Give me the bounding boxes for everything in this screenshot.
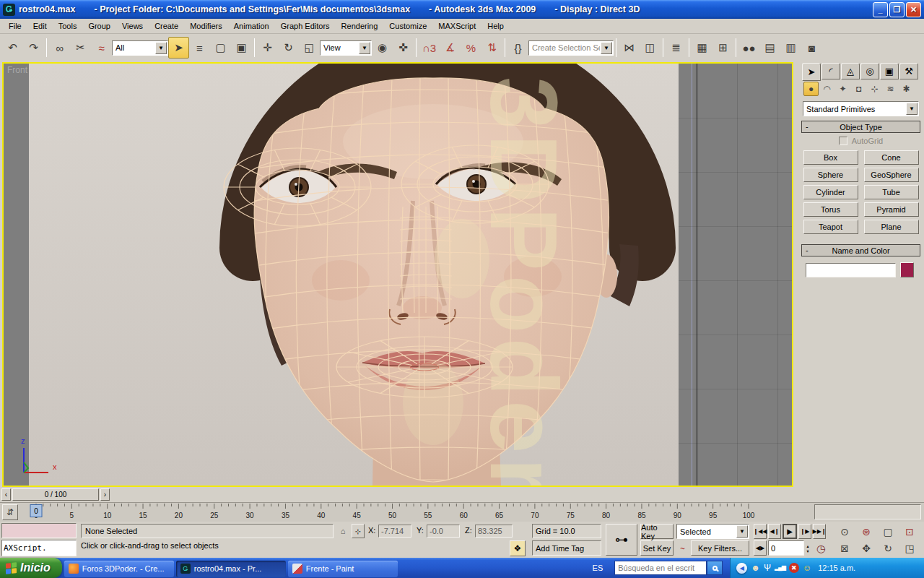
desktop-search[interactable]: Búsqueda en el escrit [614, 561, 723, 575]
primitive-category-dropdown[interactable]: Standard Primitives ▼ [803, 101, 919, 116]
rendered-frame-icon[interactable]: ▥ [780, 37, 801, 59]
tray-chevron-icon[interactable]: ◀ [736, 563, 747, 574]
go-to-end-button[interactable]: ▶▶❙ [813, 524, 826, 539]
zoom-extents-button[interactable]: ▢ [878, 524, 898, 540]
taskbar-item-firefox[interactable]: Foros 3DPoder. - Cre... [64, 561, 174, 577]
tab-utilities[interactable]: ⚒ [899, 63, 918, 79]
add-time-tag[interactable]: Add Time Tag [532, 540, 601, 556]
chevron-down-icon[interactable]: ▼ [906, 103, 918, 115]
wireless-tray-icon[interactable]: Ψ [764, 564, 771, 572]
set-key-button[interactable]: Set Key [640, 540, 674, 556]
minimize-button[interactable]: _ [873, 2, 888, 17]
unlink-icon[interactable]: ✂ [70, 37, 91, 59]
time-slider[interactable]: 0 / 100 [12, 488, 99, 501]
render-setup-icon[interactable]: ▤ [759, 37, 780, 59]
go-to-start-button[interactable]: ❙◀◀ [754, 524, 767, 539]
named-selection-set-field[interactable]: Create Selection Set ▼ [528, 40, 614, 56]
mini-trackbar-toggle[interactable]: ⇵ [2, 504, 18, 520]
pan-button[interactable]: ✥ [856, 540, 876, 556]
material-editor-icon[interactable]: ●● [738, 37, 759, 59]
select-scale-icon[interactable]: ◱ [299, 37, 320, 59]
selection-filter-dropdown[interactable]: All ▼ [112, 40, 168, 56]
select-rotate-icon[interactable]: ↻ [278, 37, 299, 59]
frame-back-button[interactable]: ‹ [1, 488, 11, 501]
object-type-sphere[interactable]: Sphere [803, 168, 858, 182]
window-crossing-icon[interactable]: ▣ [231, 37, 252, 59]
autogrid-checkbox[interactable] [839, 137, 847, 145]
title-bar[interactable]: Ǥ rostro04.max - Project Folder: C:\Docu… [0, 0, 924, 19]
category-shapes-icon[interactable]: ◠ [819, 82, 834, 96]
play-button[interactable]: ▶ [783, 524, 797, 539]
taskbar-item-paint[interactable]: Frente - Paint [288, 561, 398, 577]
viewport-label[interactable]: Front [7, 65, 27, 75]
signal-tray-icon[interactable]: ▂▄▆ [775, 565, 785, 571]
x-coordinate-field[interactable]: -7.714 [378, 525, 411, 538]
key-mode-toggle[interactable]: ◀▶ [754, 540, 767, 556]
menu-item-rendering[interactable]: Rendering [336, 20, 384, 32]
layer-manager-icon[interactable]: ≣ [666, 37, 687, 59]
macro-recorder-cell[interactable] [1, 523, 77, 538]
zoom-region-button[interactable]: ⊠ [834, 540, 855, 556]
tab-modify[interactable]: ◜ [821, 63, 840, 79]
menu-item-group[interactable]: Group [82, 20, 116, 32]
category-spacewarps-icon[interactable]: ≋ [883, 82, 898, 96]
maxscript-listener[interactable]: AXScript. [1, 540, 77, 556]
select-by-name-icon[interactable]: ≡ [189, 37, 210, 59]
next-frame-button[interactable]: ❙▶ [798, 524, 811, 539]
zoom-extents-all-button[interactable]: ⊡ [899, 524, 920, 540]
clock[interactable]: 12:15 a.m. [818, 564, 855, 572]
select-object-button[interactable]: ➤ [168, 37, 189, 59]
named-selection-sets-icon[interactable]: {} [507, 37, 528, 59]
zoom-all-button[interactable]: ⊛ [856, 524, 876, 540]
rect-selection-region-icon[interactable]: ▢ [210, 37, 231, 59]
object-color-swatch[interactable] [900, 262, 914, 277]
frame-forward-button[interactable]: › [100, 488, 110, 501]
current-frame-field[interactable]: 0 [768, 540, 804, 556]
angle-snap-icon[interactable]: ∡ [440, 37, 461, 59]
select-move-icon[interactable]: ✛ [257, 37, 278, 59]
menu-item-tools[interactable]: Tools [53, 20, 83, 32]
mirror-icon[interactable]: ⋈ [619, 37, 640, 59]
close-button[interactable]: ✕ [906, 2, 921, 17]
reference-coordinate-dropdown[interactable]: View ▼ [320, 40, 372, 56]
select-link-icon[interactable]: ∞ [49, 37, 70, 59]
object-name-input[interactable] [806, 263, 896, 277]
search-icon[interactable] [707, 561, 723, 575]
y-coordinate-field[interactable]: -0.0 [427, 525, 460, 538]
schematic-view-icon[interactable]: ⊞ [712, 37, 733, 59]
render-production-icon[interactable]: ◙ [801, 37, 822, 59]
default-in-out-tangent-icon[interactable]: ~ [676, 540, 689, 556]
category-systems-icon[interactable]: ✱ [899, 82, 914, 96]
set-keys-button[interactable]: ⊶ [606, 524, 637, 556]
menu-item-graph-editors[interactable]: Graph Editors [275, 20, 336, 32]
previous-frame-button[interactable]: ◀❙ [768, 524, 781, 539]
track-bar[interactable]: ⇵ 05101520253035404550556065707580859095… [0, 502, 924, 522]
search-input[interactable]: Búsqueda en el escrit [614, 561, 707, 575]
curve-editor-icon[interactable]: ▦ [692, 37, 712, 59]
name-color-header[interactable]: - Name and Color [801, 244, 920, 256]
category-cameras-icon[interactable]: ◘ [851, 82, 866, 96]
arc-rotate-button[interactable]: ↻ [878, 540, 898, 556]
object-type-pyramid[interactable]: Pyramid [864, 202, 919, 217]
selection-lock-toggle[interactable]: ⌂ [336, 524, 349, 538]
menu-item-maxscript[interactable]: MAXScript [432, 20, 481, 32]
security-alert-icon[interactable]: ✖ [789, 563, 799, 573]
time-configuration-button[interactable]: ◷ [814, 540, 827, 556]
adaptive-degradation-toggle[interactable]: ❖ [510, 540, 526, 556]
object-type-teapot[interactable]: Teapot [803, 220, 858, 234]
object-type-torus[interactable]: Torus [803, 202, 858, 217]
tab-motion[interactable]: ◎ [860, 63, 879, 79]
menu-item-help[interactable]: Help [481, 20, 510, 32]
timeline-ruler[interactable]: 0510152025303540455055606570758085909510… [22, 503, 808, 522]
object-type-header[interactable]: - Object Type [801, 121, 920, 133]
start-button[interactable]: Inicio [0, 558, 62, 578]
chevron-down-icon[interactable]: ▼ [601, 42, 612, 54]
object-type-cylinder[interactable]: Cylinder [803, 185, 858, 199]
viewport-front[interactable]: Front [4, 64, 792, 486]
tab-display[interactable]: ▣ [880, 63, 899, 79]
object-type-box[interactable]: Box [803, 150, 858, 165]
zoom-button[interactable]: ⊙ [834, 524, 855, 540]
menu-item-file[interactable]: File [3, 20, 27, 32]
tab-create[interactable]: ➤ [802, 63, 821, 81]
use-pivot-center-icon[interactable]: ◉ [372, 37, 393, 59]
